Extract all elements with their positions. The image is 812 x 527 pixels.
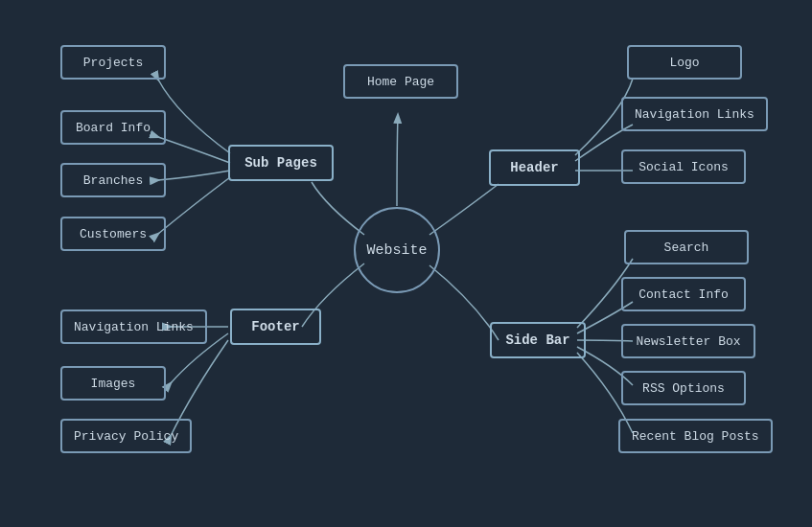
node-logo[interactable]: Logo [627, 45, 742, 80]
node-socialicons[interactable]: Social Icons [621, 149, 746, 184]
node-customers[interactable]: Customers [60, 217, 166, 251]
node-search[interactable]: Search [624, 230, 749, 264]
node-privacypolicy[interactable]: Privacy Policy [60, 419, 192, 453]
node-sidebar[interactable]: Side Bar [490, 322, 586, 358]
node-rssoptions[interactable]: RSS Options [621, 371, 746, 405]
node-projects[interactable]: Projects [60, 45, 166, 80]
node-branches[interactable]: Branches [60, 163, 166, 197]
node-images[interactable]: Images [60, 366, 166, 401]
node-boardinfo[interactable]: Board Info [60, 110, 166, 145]
node-recentblog[interactable]: Recent Blog Posts [618, 419, 773, 453]
node-header[interactable]: Header [489, 149, 580, 186]
node-footer[interactable]: Footer [230, 309, 321, 345]
node-newsletter[interactable]: Newsletter Box [621, 324, 755, 358]
center-node[interactable]: Website [354, 207, 440, 293]
node-navlinks-header[interactable]: Navigation Links [621, 97, 768, 131]
node-footer-navlinks[interactable]: Navigation Links [60, 309, 207, 344]
node-subpages[interactable]: Sub Pages [228, 145, 334, 181]
node-contactinfo[interactable]: Contact Info [621, 277, 746, 311]
node-homepage[interactable]: Home Page [343, 64, 458, 99]
